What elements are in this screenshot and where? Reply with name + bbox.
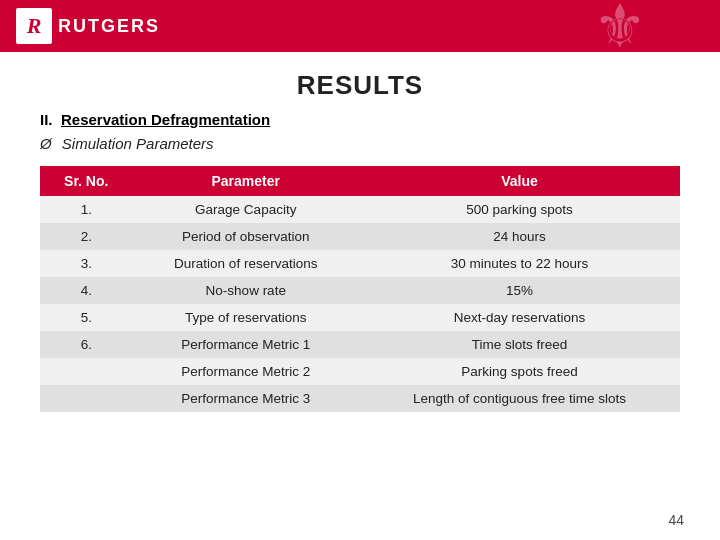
cell-srno: 6.	[40, 331, 133, 358]
table-row: Performance Metric 3Length of contiguous…	[40, 385, 680, 412]
col-header-srno: Sr. No.	[40, 166, 133, 196]
cell-parameter: Performance Metric 1	[133, 331, 359, 358]
cell-value: 30 minutes to 22 hours	[359, 250, 680, 277]
table-row: 1.Garage Capacity500 parking spots	[40, 196, 680, 223]
header-bar: R RUTGERS ⚜	[0, 0, 720, 52]
col-header-value: Value	[359, 166, 680, 196]
rutgers-logo: R RUTGERS	[16, 8, 160, 44]
cell-parameter: Performance Metric 2	[133, 358, 359, 385]
cell-srno: 4.	[40, 277, 133, 304]
table-row: 6.Performance Metric 1Time slots freed	[40, 331, 680, 358]
cell-srno: 2.	[40, 223, 133, 250]
section-line: II. Reservation Defragmentation	[40, 111, 680, 129]
cell-value: Next-day reservations	[359, 304, 680, 331]
logo-r: R	[27, 13, 42, 39]
cell-value: 24 hours	[359, 223, 680, 250]
cell-parameter: Type of reservations	[133, 304, 359, 331]
page-title: RESULTS	[40, 70, 680, 101]
cell-parameter: Garage Capacity	[133, 196, 359, 223]
cell-parameter: Period of observation	[133, 223, 359, 250]
cell-srno: 3.	[40, 250, 133, 277]
subsection-bullet: Ø	[40, 135, 52, 152]
table-header-row: Sr. No. Parameter Value	[40, 166, 680, 196]
params-table: Sr. No. Parameter Value 1.Garage Capacit…	[40, 166, 680, 412]
cell-value: 15%	[359, 277, 680, 304]
header-decoration: ⚜	[580, 0, 660, 52]
subsection-line: Ø Simulation Parameters	[40, 135, 680, 152]
table-row: 3.Duration of reservations30 minutes to …	[40, 250, 680, 277]
logo-r-box: R	[16, 8, 52, 44]
subsection-label: Simulation Parameters	[62, 135, 214, 152]
cell-value: Time slots freed	[359, 331, 680, 358]
cell-srno	[40, 358, 133, 385]
table-row: 4.No-show rate15%	[40, 277, 680, 304]
cell-srno: 5.	[40, 304, 133, 331]
col-header-parameter: Parameter	[133, 166, 359, 196]
section-label: Reservation Defragmentation	[61, 111, 270, 128]
main-content: RESULTS II. Reservation Defragmentation …	[0, 52, 720, 424]
cell-value: Length of contiguous free time slots	[359, 385, 680, 412]
cell-value: Parking spots freed	[359, 358, 680, 385]
cell-parameter: Performance Metric 3	[133, 385, 359, 412]
page-number: 44	[668, 512, 684, 528]
cell-parameter: No-show rate	[133, 277, 359, 304]
cell-srno: 1.	[40, 196, 133, 223]
section-number: II.	[40, 111, 53, 128]
table-row: 2.Period of observation24 hours	[40, 223, 680, 250]
table-row: Performance Metric 2Parking spots freed	[40, 358, 680, 385]
logo-name: RUTGERS	[58, 16, 160, 37]
cell-value: 500 parking spots	[359, 196, 680, 223]
cell-srno	[40, 385, 133, 412]
table-row: 5.Type of reservationsNext-day reservati…	[40, 304, 680, 331]
cell-parameter: Duration of reservations	[133, 250, 359, 277]
